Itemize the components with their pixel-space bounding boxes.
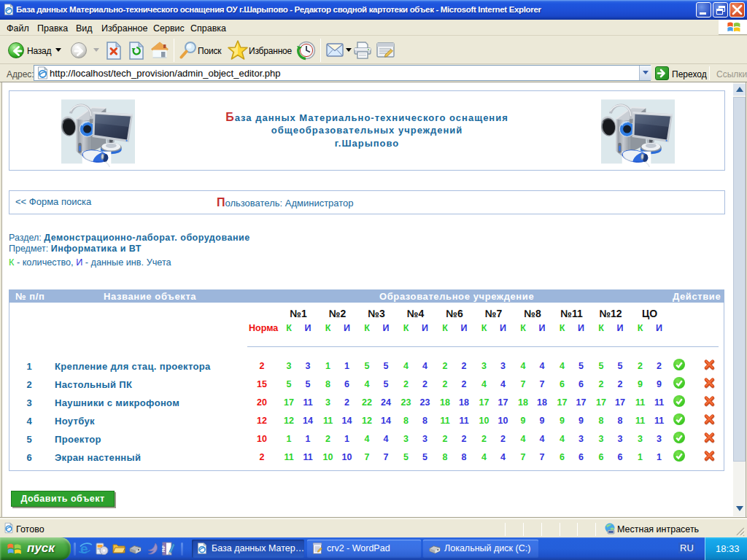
- svg-text:PhP: PhP: [162, 545, 166, 552]
